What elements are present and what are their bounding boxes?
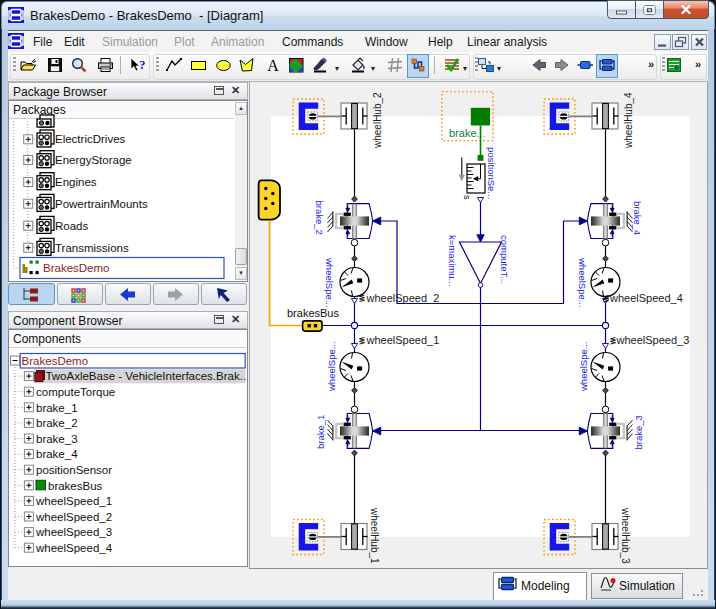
svg-text:brake_4: brake_4 [632,201,643,235]
svg-text:ElectricDrives: ElectricDrives [55,133,126,145]
svg-text:wheelHub_3: wheelHub_3 [620,507,631,564]
svg-text:positionSensor: positionSensor [36,464,112,476]
svg-text:positionSe...: positionSe... [486,147,497,199]
svg-text:brake_1: brake_1 [315,415,326,449]
svg-text:brakesBus: brakesBus [287,307,339,319]
svg-text:computeT...: computeT... [499,235,510,284]
svg-text:BrakesDemo: BrakesDemo [22,355,88,367]
svg-text:PowertrainMounts: PowertrainMounts [55,198,148,210]
svg-text:brake_3: brake_3 [633,415,644,449]
svg-text:wheelSpeed_3: wheelSpeed_3 [35,526,112,538]
svg-text:wheelSpe...: wheelSpe... [577,257,588,308]
svg-text:wheelHub_1: wheelHub_1 [369,507,380,564]
svg-text:?: ? [139,57,146,72]
svg-text:wheelSpeed_4: wheelSpeed_4 [609,292,683,304]
svg-text:wheelSpeed_2: wheelSpeed_2 [366,292,440,304]
svg-text:brake_2: brake_2 [314,201,325,235]
svg-text:wheelSpeed_4: wheelSpeed_4 [35,542,113,554]
svg-text:Components: Components [13,332,81,346]
svg-text:Simulation: Simulation [619,579,675,593]
svg-text:wheelSpe...: wheelSpe... [578,341,589,392]
svg-text:TwoAxleBase - VehicleInterface: TwoAxleBase - VehicleInterfaces.Brak... [45,370,246,382]
svg-text:Roads: Roads [55,220,88,232]
svg-text:wheelSpeed_1: wheelSpeed_1 [366,334,440,346]
svg-text:wheelHub_2: wheelHub_2 [372,92,383,149]
svg-text:wheelSpeed_2: wheelSpeed_2 [35,511,112,523]
svg-text:wheelHub_4: wheelHub_4 [623,92,634,149]
svg-text:brakesBus: brakesBus [48,480,103,492]
svg-text:A: A [267,57,279,73]
svg-text:k=maximu...: k=maximu... [447,235,458,286]
svg-text:brake_4: brake_4 [36,448,78,460]
svg-text:BrakesDemo: BrakesDemo [43,262,109,274]
svg-text:Engines: Engines [55,176,97,188]
svg-text:brake_1: brake_1 [36,402,78,414]
svg-text:Transmissions: Transmissions [55,242,129,254]
svg-text:brake_3: brake_3 [36,433,78,445]
svg-text:wheelSpe...: wheelSpe... [324,257,335,308]
svg-text:wheelSpeed_1: wheelSpeed_1 [35,495,112,507]
svg-text:s: s [462,195,472,200]
svg-text:wheelSpeed_3: wheelSpeed_3 [616,334,690,346]
svg-text:Modeling: Modeling [521,579,570,593]
svg-text:brake_2: brake_2 [36,417,78,429]
svg-text:EnergyStorage: EnergyStorage [55,154,132,166]
svg-text:computeTorque: computeTorque [36,386,115,398]
svg-text:wheelSpe...: wheelSpe... [326,341,337,392]
